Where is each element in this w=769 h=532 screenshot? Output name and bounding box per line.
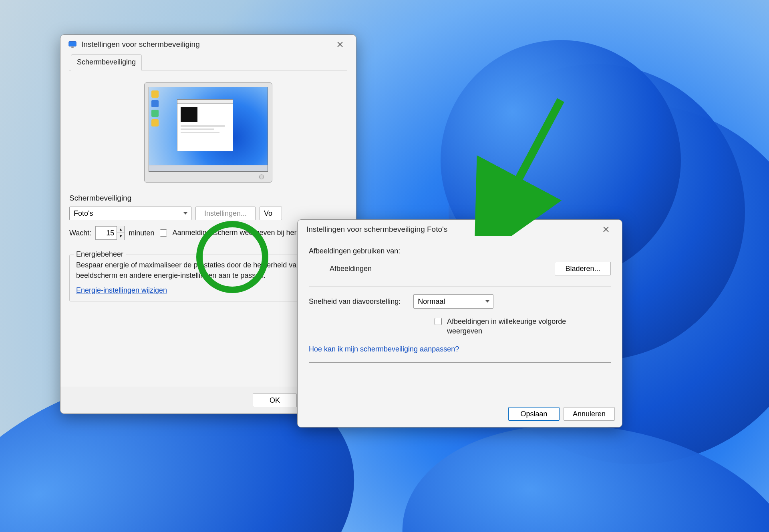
slideshow-speed-label: Snelheid van diavoorstelling: <box>309 297 401 306</box>
screensaver-select[interactable]: Foto's <box>69 207 191 220</box>
separator <box>309 362 611 363</box>
svg-rect-0 <box>69 41 76 46</box>
wait-value-input[interactable] <box>95 226 117 240</box>
resume-lock-checkbox[interactable] <box>160 229 167 237</box>
dialog-title: Instellingen voor schermbeveiliging <box>81 40 331 49</box>
tab-screensaver[interactable]: Schermbeveiliging <box>71 54 142 70</box>
desktop-wallpaper: Instellingen voor schermbeveiliging Sche… <box>0 0 769 532</box>
wait-spin-up[interactable]: ▲ <box>117 226 124 233</box>
images-folder-value: Afbeeldingen <box>309 265 372 273</box>
save-button[interactable]: Opslaan <box>508 407 560 421</box>
titlebar[interactable]: Instellingen voor schermbeveiliging Foto… <box>298 220 622 239</box>
help-link[interactable]: Hoe kan ik mijn schermbeveiliging aanpas… <box>309 345 611 353</box>
photos-screensaver-settings-dialog: Instellingen voor schermbeveiliging Foto… <box>297 219 622 428</box>
preview-button[interactable]: Vo <box>260 207 282 220</box>
dialog-footer: Opslaan Annuleren <box>298 406 622 427</box>
app-icon <box>68 40 77 49</box>
wait-spinner[interactable]: ▲ ▼ <box>95 226 125 240</box>
browse-button[interactable]: Bladeren... <box>555 262 611 275</box>
dialog-title: Instellingen voor schermbeveiliging Foto… <box>305 225 597 234</box>
separator <box>309 287 611 287</box>
wait-spin-down[interactable]: ▼ <box>117 233 124 240</box>
titlebar[interactable]: Instellingen voor schermbeveiliging <box>60 35 356 54</box>
ok-button[interactable]: OK <box>253 393 297 407</box>
energy-legend: Energiebeheer <box>74 250 126 259</box>
wait-label: Wacht: <box>69 229 91 237</box>
tab-strip: Schermbeveiliging <box>69 54 347 70</box>
use-images-label: Afbeeldingen gebruiken van: <box>309 247 611 255</box>
preview-monitor <box>144 82 272 183</box>
slideshow-speed-select[interactable]: Normaal <box>413 294 493 309</box>
screensaver-preview <box>69 70 347 187</box>
screensaver-group-label: Schermbeveiliging <box>69 194 347 203</box>
shuffle-checkbox[interactable] <box>435 318 442 325</box>
energy-settings-link[interactable]: Energie-instellingen wijzigen <box>76 286 167 294</box>
wait-unit-label: minuten <box>129 229 154 237</box>
close-button[interactable] <box>597 222 615 237</box>
settings-button[interactable]: Instellingen... <box>195 207 256 220</box>
svg-rect-1 <box>71 46 74 48</box>
cancel-button[interactable]: Annuleren <box>564 407 615 421</box>
shuffle-label: Afbeeldingen in willekeurige volgorde we… <box>447 317 591 336</box>
close-button[interactable] <box>331 37 349 52</box>
